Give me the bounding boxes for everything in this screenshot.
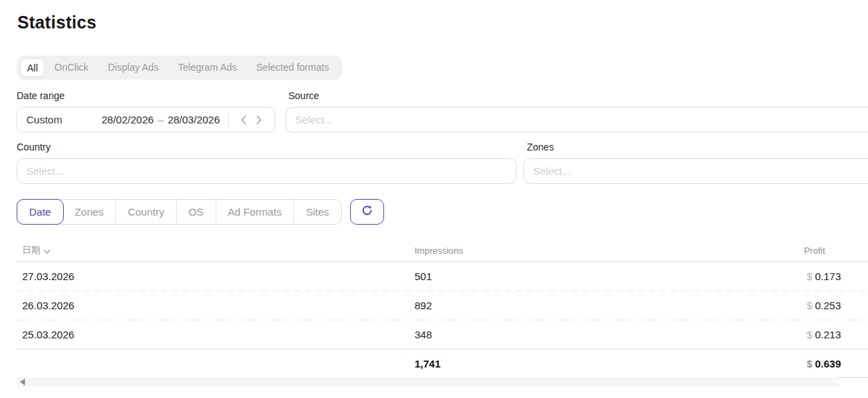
zones-input[interactable] (523, 158, 868, 184)
date-range-control[interactable]: Custom 28/02/2026 – 28/03/2026 (17, 107, 275, 132)
triangle-left-icon[interactable] (20, 379, 25, 386)
table-header: 日期 Impressions Profit (17, 239, 868, 262)
zones-label: Zones (527, 141, 868, 153)
total-profit-value: 0.639 (815, 358, 841, 370)
statistics-page: Statistics All OnClick Display Ads Teleg… (0, 0, 868, 398)
format-tab-selected-formats[interactable]: Selected formats (247, 58, 339, 77)
profit-value: 0.213 (815, 329, 841, 340)
column-header-impressions[interactable]: Impressions (415, 245, 729, 256)
date-cell: 25.03.2026 (17, 329, 415, 340)
column-header-date[interactable]: 日期 (17, 244, 415, 257)
format-tabs: All OnClick Display Ads Telegram Ads Sel… (17, 55, 342, 80)
total-impressions-cell: 1,741 (415, 358, 729, 370)
profit-value: 0.253 (815, 300, 841, 311)
impressions-cell: 348 (415, 329, 729, 340)
date-cell: 27.03.2026 (17, 270, 415, 282)
column-header-date-label: 日期 (22, 244, 40, 257)
table-total-row: 1,741 $0.639 (17, 349, 868, 378)
currency-symbol: $ (807, 329, 813, 340)
group-by-tabs: Date Zones Country OS Ad Formats Sites (17, 199, 342, 225)
page-title: Statistics (17, 12, 96, 33)
group-tab-zones[interactable]: Zones (63, 200, 116, 224)
refresh-button[interactable] (350, 199, 384, 225)
impressions-cell: 501 (415, 270, 729, 282)
format-tab-all[interactable]: All (20, 58, 45, 77)
refresh-icon (361, 204, 374, 220)
format-tab-display-ads[interactable]: Display Ads (98, 58, 168, 77)
divider (228, 113, 229, 127)
table-row: 27.03.2026 501 $0.173 (17, 262, 868, 291)
format-tab-onclick[interactable]: OnClick (45, 58, 98, 77)
date-range-value[interactable]: 28/02/2026 – 28/03/2026 (102, 114, 220, 126)
source-label: Source (288, 90, 868, 101)
currency-symbol: $ (807, 358, 813, 370)
date-range-field: Date range Custom 28/02/2026 – 28/03/202… (17, 90, 275, 132)
date-range-label: Date range (17, 90, 275, 101)
group-tab-ad-formats[interactable]: Ad Formats (216, 200, 295, 224)
group-by-row: Date Zones Country OS Ad Formats Sites (17, 199, 384, 225)
profit-cell: $0.213 (729, 329, 868, 340)
date-preset-selector[interactable]: Custom (26, 114, 62, 126)
horizontal-scrollbar[interactable] (17, 377, 839, 387)
format-tab-telegram-ads[interactable]: Telegram Ads (168, 58, 247, 77)
column-header-profit[interactable]: Profit (729, 245, 868, 256)
chevron-down-icon (44, 245, 51, 256)
zones-field: Zones (523, 141, 868, 184)
table-row: 26.03.2026 892 $0.253 (17, 291, 868, 320)
profit-value: 0.173 (815, 270, 841, 282)
chevron-left-icon[interactable] (236, 111, 251, 129)
group-tab-date[interactable]: Date (17, 199, 64, 225)
group-tab-os[interactable]: OS (177, 200, 216, 224)
statistics-table: 日期 Impressions Profit 27.03.2026 501 $0.… (17, 239, 868, 378)
impressions-cell: 892 (415, 300, 729, 311)
currency-symbol: $ (807, 271, 813, 282)
table-row: 25.03.2026 348 $0.213 (17, 320, 868, 349)
profit-cell: $0.173 (729, 270, 868, 282)
country-label: Country (17, 141, 517, 153)
start-date: 28/02/2026 (102, 114, 154, 126)
source-field: Source (286, 90, 868, 132)
chevron-right-icon[interactable] (251, 111, 266, 129)
date-cell: 26.03.2026 (17, 300, 415, 311)
country-field: Country (17, 141, 517, 184)
group-tab-sites[interactable]: Sites (294, 200, 340, 224)
profit-cell: $0.253 (729, 300, 868, 311)
source-input[interactable] (286, 107, 868, 132)
total-profit-cell: $0.639 (729, 358, 868, 370)
end-date: 28/03/2026 (168, 114, 220, 126)
date-separator: – (158, 114, 164, 126)
group-tab-country[interactable]: Country (116, 200, 177, 224)
country-input[interactable] (17, 158, 517, 184)
currency-symbol: $ (807, 300, 813, 311)
